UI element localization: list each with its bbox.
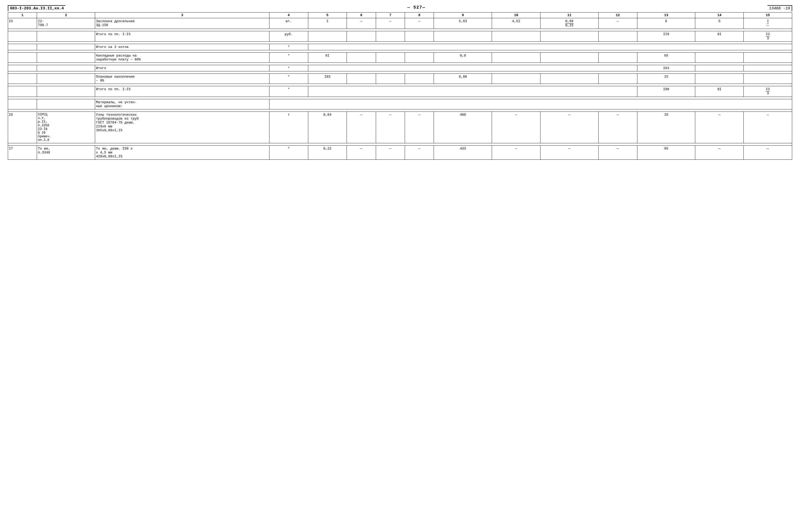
cell-plan-col13: I5 xyxy=(637,74,695,84)
fraction-itogo1-col15: I2 3 xyxy=(766,33,770,41)
main-table: 1 2 3 4 5 6 7 8 9 10 11 12 13 14 15 I5 I… xyxy=(8,12,792,160)
cell-plan-col10 xyxy=(492,74,540,84)
cell-itogo4-col4: " xyxy=(269,86,308,97)
cell-plan-col7 xyxy=(376,74,405,84)
col-header-2: 2 xyxy=(37,13,95,18)
cell-row7-col13: 95 xyxy=(637,145,695,159)
cell-row7-col9: 433 xyxy=(434,145,492,159)
cell-row6-col10: — xyxy=(492,112,540,143)
cell-row1-col5: I xyxy=(308,18,347,29)
cell-itogo2-rest xyxy=(308,44,792,50)
cell-row7-col5: 0,22 xyxy=(308,145,347,159)
cell-plan-col6 xyxy=(347,74,376,84)
cell-row6-col9: 400 xyxy=(434,112,492,143)
cell-itogo3-col3: Итого xyxy=(95,65,269,71)
table-row: Плановые накопления– 8% " I83 0,08 I5 xyxy=(8,74,792,84)
cell-itogo1-col1 xyxy=(8,31,37,42)
cell-row1-col12: — xyxy=(598,18,637,29)
cell-nakl-col2 xyxy=(37,53,95,63)
cell-itogo4-col2 xyxy=(37,86,95,97)
cell-nakl-col11 xyxy=(540,53,598,63)
cell-nakl-col3: Накладные расходы назаработную плату – 8… xyxy=(95,53,269,63)
cell-nakl-col12 xyxy=(598,53,637,63)
cell-itogo1-col12 xyxy=(598,31,637,42)
fraction-itogo4-col15: I2 3 xyxy=(766,88,770,96)
cell-nakl-col14 xyxy=(695,53,744,63)
fraction-col11: 0,68 0,I5 xyxy=(565,20,573,27)
cell-row6-col15: — xyxy=(744,112,792,143)
cell-itogo1-col7 xyxy=(376,31,405,42)
cell-row6-col7: — xyxy=(376,112,405,143)
cell-itogo1-col6 xyxy=(347,31,376,42)
table-row: I5 I2-790-7 Заслонка дросельнаяЗД-150 шт… xyxy=(8,18,792,29)
cell-row1-col13: 6 xyxy=(637,18,695,29)
col-header-6: 6 xyxy=(347,13,376,18)
col-header-5: 5 xyxy=(308,13,347,18)
cell-plan-col2 xyxy=(37,74,95,84)
cell-itogo2-col2 xyxy=(37,44,95,50)
col-header-11: 11 xyxy=(540,13,598,18)
cell-plan-col15 xyxy=(744,74,792,84)
col-header-12: 12 xyxy=(598,13,637,18)
cell-row6-col3: Узлы технологическихтрубопроводов из тру… xyxy=(95,112,269,143)
cell-mat-col1 xyxy=(8,99,37,109)
cell-itogo2-col3: Итого на 3 котла xyxy=(95,44,269,50)
cell-itogo1-col13: II8 xyxy=(637,31,695,42)
cell-plan-col11 xyxy=(540,74,598,84)
cell-itogo1-col11 xyxy=(540,31,598,42)
cell-row1-col8: — xyxy=(405,18,434,29)
cell-nakl-col7 xyxy=(376,53,405,63)
header-row: 1 2 3 4 5 6 7 8 9 10 11 12 13 14 15 xyxy=(8,13,792,18)
table-row: Накладные расходы назаработную плату – 8… xyxy=(8,53,792,63)
col-header-4: 4 xyxy=(269,13,308,18)
cell-nakl-col1 xyxy=(8,53,37,63)
cell-row6-col1: I6 xyxy=(8,112,37,143)
cell-itogo2-col1 xyxy=(8,44,37,50)
cell-row7-col2: То же,п.3348 xyxy=(37,145,95,159)
cell-plan-col9: 0,08 xyxy=(434,74,492,84)
fraction-col15-r1: I — xyxy=(767,20,769,27)
cell-row1-col2: I2-790-7 xyxy=(37,18,95,29)
cell-itogo3-rest xyxy=(308,65,637,71)
cell-itogo1-col8 xyxy=(405,31,434,42)
cell-row7-col8: — xyxy=(405,145,434,159)
cell-itogo1-col4: руб. xyxy=(269,31,308,42)
cell-itogo3-col4: " xyxy=(269,65,308,71)
cell-row6-col14: — xyxy=(695,112,744,143)
cell-itogo3-col1 xyxy=(8,65,37,71)
cell-itogo1-col10 xyxy=(492,31,540,42)
col-header-13: 13 xyxy=(637,13,695,18)
cell-itogo4-col1 xyxy=(8,86,37,97)
cell-row7-col10: — xyxy=(492,145,540,159)
cell-mat-col3: Материалы, не учтен-ные ценником: xyxy=(95,99,269,109)
cell-row1-col14: 5 xyxy=(695,18,744,29)
table-row: Материалы, не учтен-ные ценником: xyxy=(8,99,792,109)
col-header-8: 8 xyxy=(405,13,434,18)
cell-row7-col11: — xyxy=(540,145,598,159)
col-header-14: 14 xyxy=(695,13,744,18)
cell-row6-col5: 0,04 xyxy=(308,112,347,143)
cell-itogo1-col2 xyxy=(37,31,95,42)
cell-itogo3-col2 xyxy=(37,65,95,71)
cell-itogo2-col4: " xyxy=(269,44,308,50)
cell-nakl-col8 xyxy=(405,53,434,63)
cell-row1-col4: шт. xyxy=(269,18,308,29)
cell-itogo3-col15 xyxy=(744,65,792,71)
cell-itogo1-col15: I2 3 xyxy=(744,31,792,42)
cell-row7-col7: — xyxy=(376,145,405,159)
page-header: б03-I-203.Ан.I3.II,кн.4 — 527— 13466 -19 xyxy=(8,5,792,11)
cell-row7-col3: То же, диам. I59 хх 4,5 мм428х0,88хI,I5 xyxy=(95,145,269,159)
cell-itogo4-col14: 8I xyxy=(695,86,744,97)
cell-nakl-col15 xyxy=(744,53,792,63)
cell-row1-col10: 4,5I xyxy=(492,18,540,29)
cell-itogo1-col3: Итого по пп. I-I5 xyxy=(95,31,269,42)
col-header-15: 15 xyxy=(744,13,792,18)
cell-row6-col13: I6 xyxy=(637,112,695,143)
cell-row7-col1: I7 xyxy=(8,145,37,159)
cell-itogo4-col15: I2 3 xyxy=(744,86,792,97)
cell-itogo1-col14: 8I xyxy=(695,31,744,42)
cell-row1-col3: Заслонка дросельнаяЗД-150 xyxy=(95,18,269,29)
cell-nakl-col10 xyxy=(492,53,540,63)
cell-row6-col6: — xyxy=(347,112,376,143)
page-number: — 527— xyxy=(407,5,425,10)
